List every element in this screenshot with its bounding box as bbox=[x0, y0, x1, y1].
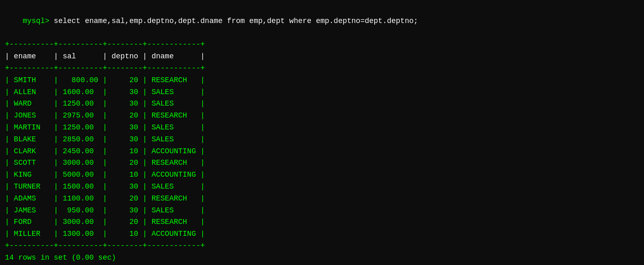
table-row: | SCOTT | 3000.00 | 20 | RESEARCH | bbox=[5, 157, 639, 169]
empty-line bbox=[5, 264, 639, 265]
terminal-window: mysql> select ename,sal,emp.deptno,dept.… bbox=[5, 3, 639, 265]
table-row: | TURNER | 1500.00 | 30 | SALES | bbox=[5, 181, 639, 193]
header-separator: +----------+----------+--------+--------… bbox=[5, 62, 639, 74]
sql-query: select ename,sal,emp.deptno,dept.dname f… bbox=[49, 17, 418, 25]
header-row: | ename | sal | deptno | dname | bbox=[5, 51, 639, 62]
table-row: | JONES | 2975.00 | 20 | RESEARCH | bbox=[5, 110, 639, 122]
query-line: mysql> select ename,sal,emp.deptno,dept.… bbox=[5, 3, 639, 39]
table-row: | FORD | 3000.00 | 20 | RESEARCH | bbox=[5, 216, 639, 228]
table-row: | JAMES | 950.00 | 30 | SALES | bbox=[5, 205, 639, 217]
table-row: | SMITH | 800.00 | 20 | RESEARCH | bbox=[5, 74, 639, 86]
table-row: | WARD | 1250.00 | 30 | SALES | bbox=[5, 98, 639, 110]
table-row: | BLAKE | 2850.00 | 30 | SALES | bbox=[5, 134, 639, 145]
table-row: | MILLER | 1300.00 | 10 | ACCOUNTING | bbox=[5, 228, 639, 240]
top-separator: +----------+----------+--------+--------… bbox=[5, 39, 639, 51]
table-row: | KING | 5000.00 | 10 | ACCOUNTING | bbox=[5, 169, 639, 181]
table-row: | MARTIN | 1250.00 | 30 | SALES | bbox=[5, 122, 639, 134]
footer-separator: +----------+----------+--------+--------… bbox=[5, 240, 639, 252]
data-rows: | SMITH | 800.00 | 20 | RESEARCH || ALLE… bbox=[5, 74, 639, 240]
prompt-1: mysql> bbox=[23, 17, 49, 25]
table-row: | CLARK | 2450.00 | 10 | ACCOUNTING | bbox=[5, 145, 639, 157]
table-row: | ADAMS | 1100.00 | 20 | RESEARCH | bbox=[5, 193, 639, 205]
row-count: 14 rows in set (0.00 sec) bbox=[5, 252, 639, 264]
table-row: | ALLEN | 1600.00 | 30 | SALES | bbox=[5, 86, 639, 98]
